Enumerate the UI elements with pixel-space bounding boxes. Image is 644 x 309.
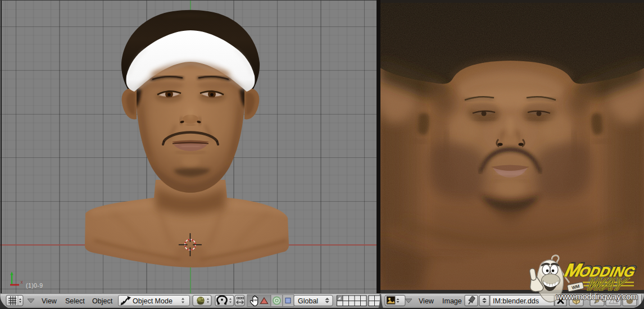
svg-text:ODDING: ODDING [578, 264, 637, 279]
svg-text:x: x [21, 279, 24, 285]
svg-text:www.moddingway.com: www.moddingway.com [556, 292, 637, 301]
